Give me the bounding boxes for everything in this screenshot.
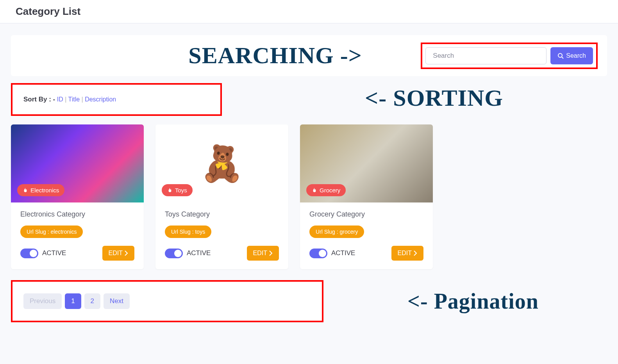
annotation-sorting: <- SORTING [222, 86, 607, 110]
category-card-toys: 🧸 Toys Toys Category Url Slug : toys ACT… [155, 124, 288, 269]
page-header: Category List [0, 0, 618, 23]
sort-option-description[interactable]: Description [85, 96, 116, 103]
category-badge[interactable]: Grocery [306, 184, 346, 196]
page-title: Category List [16, 5, 602, 18]
annotation-pagination: <- Pagination [323, 289, 607, 314]
pagination-row: Previous 1 2 Next <- Pagination [11, 280, 607, 322]
toys-placeholder-icon: 🧸 [200, 143, 244, 184]
svg-line-1 [562, 57, 563, 59]
search-input[interactable] [425, 47, 547, 64]
category-badge[interactable]: Toys [162, 184, 193, 196]
slug-badge: Url Slug : grocery [309, 226, 364, 238]
status-label: ACTIVE [331, 249, 355, 257]
badge-label: Electronics [30, 187, 59, 194]
card-title: Toys Category [165, 210, 279, 218]
badge-label: Grocery [320, 187, 340, 194]
card-body: Toys Category Url Slug : toys ACTIVE EDI… [155, 202, 288, 269]
pagination: Previous 1 2 Next [23, 293, 311, 309]
card-image: Electronics [11, 124, 144, 202]
pagination-previous[interactable]: Previous [23, 293, 62, 309]
edit-button-label: EDIT [253, 250, 267, 257]
search-icon [557, 53, 564, 59]
card-body: Grocery Category Url Slug : grocery ACTI… [300, 202, 433, 269]
card-footer: ACTIVE EDIT [165, 246, 279, 261]
status-toggle-wrap: ACTIVE [309, 249, 355, 258]
badge-label: Toys [175, 187, 187, 194]
pagination-next[interactable]: Next [104, 293, 130, 309]
category-card-grocery: Grocery Grocery Category Url Slug : groc… [300, 124, 433, 269]
slug-badge: Url Slug : electronics [20, 226, 83, 238]
sort-options: ID | Title | Description [57, 96, 116, 103]
category-card-electronics: Electronics Electronics Category Url Slu… [11, 124, 144, 269]
pagination-page-1[interactable]: 1 [65, 293, 81, 309]
chevron-right-icon [269, 250, 273, 256]
edit-button-label: EDIT [109, 250, 123, 257]
status-toggle[interactable] [309, 249, 327, 258]
card-image: Grocery [300, 124, 433, 202]
sort-option-id[interactable]: ID [57, 96, 63, 103]
chevron-right-icon [413, 250, 417, 256]
flame-icon [23, 188, 28, 193]
card-body: Electronics Category Url Slug : electron… [11, 202, 144, 269]
flame-icon [167, 188, 173, 193]
status-toggle[interactable] [20, 249, 38, 258]
category-badge[interactable]: Electronics [17, 184, 64, 196]
card-footer: ACTIVE EDIT [309, 246, 423, 261]
pagination-highlight: Previous 1 2 Next [11, 280, 323, 322]
cards-row: Electronics Electronics Category Url Slu… [11, 124, 607, 269]
annotation-searching: SEARCHING -> [20, 42, 421, 69]
edit-button-label: EDIT [398, 250, 412, 257]
sort-box-highlight: Sort By : - ID | Title | Description [11, 83, 222, 116]
chevron-right-icon [124, 250, 128, 256]
edit-button[interactable]: EDIT [247, 246, 279, 261]
status-toggle-wrap: ACTIVE [20, 249, 66, 258]
sort-row: Sort By : - ID | Title | Description <- … [11, 83, 607, 116]
svg-point-0 [558, 53, 562, 57]
search-button[interactable]: Search [550, 47, 593, 64]
card-footer: ACTIVE EDIT [20, 246, 134, 261]
card-image: 🧸 Toys [155, 124, 288, 202]
flame-icon [312, 188, 317, 193]
sort-option-title[interactable]: Title [68, 96, 80, 103]
status-label: ACTIVE [42, 249, 66, 257]
status-toggle-wrap: ACTIVE [165, 249, 211, 258]
search-button-label: Search [566, 52, 586, 59]
pagination-page-2[interactable]: 2 [84, 293, 100, 309]
search-box-highlight: Search [421, 43, 598, 69]
search-section: SEARCHING -> Search [11, 35, 607, 76]
card-title: Grocery Category [309, 210, 423, 218]
slug-badge: Url Slug : toys [165, 226, 211, 238]
sort-separator: | [82, 96, 85, 103]
main-content: SEARCHING -> Search Sort By : - ID | Tit… [0, 23, 618, 334]
edit-button[interactable]: EDIT [102, 246, 134, 261]
status-label: ACTIVE [187, 249, 211, 257]
status-toggle[interactable] [165, 249, 183, 258]
card-title: Electronics Category [20, 210, 134, 218]
sort-label: Sort By : - [23, 96, 55, 103]
edit-button[interactable]: EDIT [391, 246, 423, 261]
